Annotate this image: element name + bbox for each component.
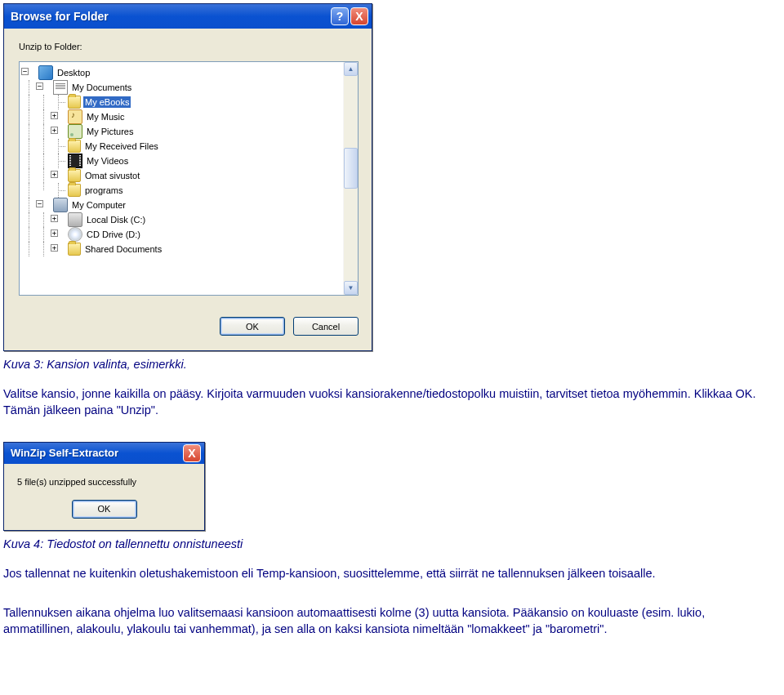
desktop-icon [38, 65, 53, 80]
dialog-title: WinZip Self-Extractor [11, 447, 181, 459]
paragraph: Jos tallennat ne kuitenkin oletushakemis… [3, 565, 774, 581]
scroll-down-button[interactable]: ▼ [344, 281, 358, 295]
tree-node-programs[interactable]: programs [21, 183, 341, 198]
scroll-up-button[interactable]: ▲ [344, 62, 358, 76]
tree-node-my-pictures[interactable]: + My Pictures [21, 124, 341, 139]
tree-label: My Documents [70, 82, 133, 93]
pictures-icon [68, 124, 82, 139]
folder-icon [68, 140, 81, 153]
ok-button[interactable]: OK [220, 317, 285, 336]
unzip-to-label: Unzip to Folder: [19, 42, 359, 51]
folder-icon [68, 169, 81, 182]
expand-toggle[interactable]: + [51, 215, 58, 222]
scrollbar[interactable]: ▲ ▼ [343, 62, 358, 295]
scroll-track[interactable] [344, 76, 358, 281]
tree-label: My Music [85, 111, 126, 123]
folder-icon [68, 184, 81, 197]
tree-label: My Pictures [85, 126, 135, 137]
tree-node-my-music[interactable]: + My Music [21, 109, 341, 124]
tree-node-shared-documents[interactable]: + Shared Documents [21, 242, 341, 256]
close-button[interactable]: X [350, 7, 368, 25]
scroll-thumb[interactable] [344, 148, 358, 189]
dialog-titlebar[interactable]: Browse for Folder ? X [4, 4, 372, 29]
tree-node-cd-drive[interactable]: + CD Drive (D:) [21, 227, 341, 242]
browse-folder-dialog: Browse for Folder ? X Unzip to Folder: −… [3, 3, 372, 351]
expand-toggle[interactable]: + [51, 112, 58, 119]
message-text: 5 file(s) unzipped successfully [17, 477, 191, 487]
extractor-dialog: WinZip Self-Extractor X 5 file(s) unzipp… [3, 442, 205, 531]
ok-button[interactable]: OK [72, 500, 137, 519]
tree-label: Shared Documents [83, 243, 163, 255]
close-button[interactable]: X [183, 444, 201, 462]
expand-toggle[interactable]: − [36, 200, 43, 207]
help-button[interactable]: ? [331, 7, 349, 25]
figure-caption-3: Kuva 3: Kansion valinta, esimerkki. [3, 358, 774, 371]
video-icon [68, 154, 82, 168]
dialog-titlebar[interactable]: WinZip Self-Extractor X [4, 443, 204, 464]
tree-node-my-ebooks[interactable]: My eBooks [21, 95, 341, 109]
dialog-title: Browse for Folder [11, 10, 329, 23]
tree-label: Local Disk (C:) [85, 214, 147, 225]
computer-icon [53, 198, 68, 212]
tree-node-my-videos[interactable]: My Videos [21, 154, 341, 168]
tree-label: My Received Files [83, 140, 160, 152]
cd-icon [68, 227, 82, 242]
expand-toggle[interactable]: − [21, 68, 29, 75]
figure-caption-4: Kuva 4: Tiedostot on tallennettu onnistu… [3, 537, 774, 550]
expand-toggle[interactable]: + [51, 229, 58, 237]
tree-node-local-disk[interactable]: + Local Disk (C:) [21, 212, 341, 227]
cancel-button[interactable]: Cancel [293, 317, 359, 336]
expand-toggle[interactable]: + [51, 171, 58, 178]
documents-icon [53, 80, 68, 95]
expand-toggle[interactable]: − [36, 82, 43, 90]
folder-tree[interactable]: − Desktop − My Documents [19, 61, 359, 296]
tree-label: My Computer [70, 199, 127, 211]
expand-toggle[interactable]: + [51, 244, 58, 252]
tree-label: My Videos [85, 155, 130, 167]
tree-label: programs [83, 185, 124, 196]
folder-icon [68, 96, 81, 109]
tree-label-selected: My eBooks [83, 96, 131, 108]
tree-label: Desktop [56, 67, 91, 78]
tree-node-my-computer[interactable]: − My Computer [21, 198, 341, 212]
tree-label: Omat sivustot [83, 170, 141, 181]
paragraph: Valitse kansio, jonne kaikilla on pääsy.… [3, 385, 774, 419]
paragraph: Tallennuksen aikana ohjelma luo valitsem… [3, 604, 774, 638]
tree-node-my-received[interactable]: My Received Files [21, 139, 341, 154]
folder-icon [68, 243, 81, 256]
tree-label: CD Drive (D:) [85, 229, 142, 240]
expand-toggle[interactable]: + [51, 127, 58, 134]
disk-icon [68, 212, 82, 227]
tree-node-omat-sivustot[interactable]: + Omat sivustot [21, 168, 341, 183]
tree-node-desktop[interactable]: − Desktop [21, 65, 341, 80]
music-icon [68, 109, 82, 124]
tree-node-my-documents[interactable]: − My Documents [21, 80, 341, 95]
